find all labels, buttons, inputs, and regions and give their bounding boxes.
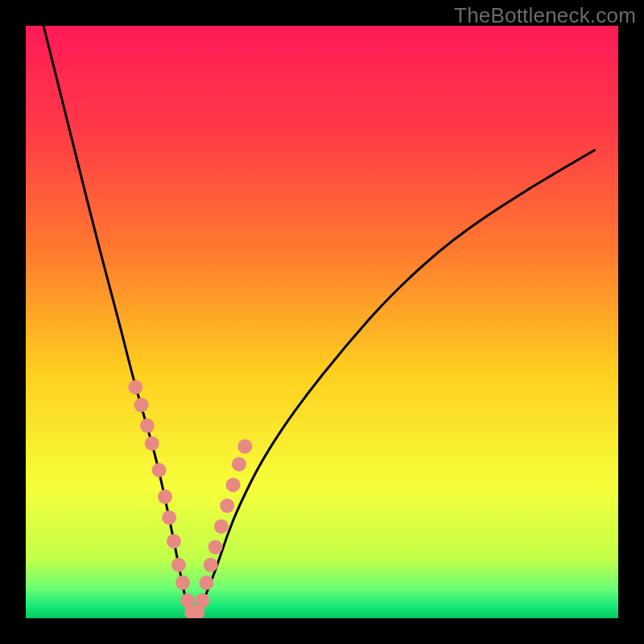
highlight-dot	[204, 558, 218, 572]
highlight-dot	[140, 419, 155, 433]
chart-frame: TheBottleneck.com	[0, 0, 644, 644]
highlight-dot	[220, 498, 234, 513]
highlight-dot	[167, 534, 181, 548]
highlight-dot	[232, 457, 246, 472]
highlight-dot	[208, 540, 223, 555]
bottleneck-curve	[43, 26, 594, 615]
curve-layer	[26, 26, 618, 618]
highlight-dot	[162, 510, 176, 525]
highlight-dot	[226, 477, 241, 492]
highlight-dot	[214, 519, 229, 534]
highlight-dot	[171, 558, 186, 572]
highlight-dot	[152, 463, 167, 477]
highlight-dot	[145, 436, 159, 451]
watermark-label: TheBottleneck.com	[454, 3, 636, 28]
highlight-dot	[158, 489, 172, 504]
highlight-dot	[175, 576, 190, 590]
plot-area	[26, 26, 618, 618]
highlight-dot	[128, 380, 142, 394]
highlight-dot	[237, 440, 252, 454]
highlight-dot	[195, 593, 209, 608]
highlight-dot	[199, 576, 213, 590]
highlight-dot	[134, 398, 149, 412]
highlight-dots	[128, 380, 252, 618]
